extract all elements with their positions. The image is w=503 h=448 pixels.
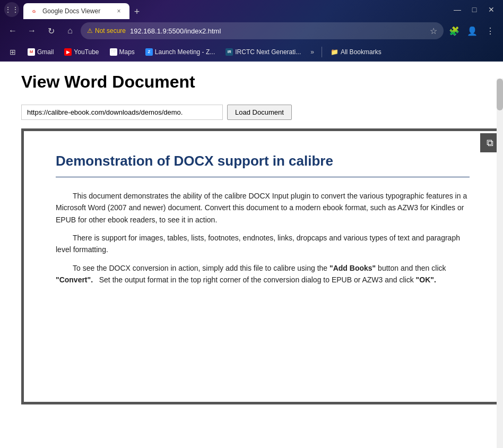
bookmarks-bar: ⊞ M Gmail ▶ YouTube 🗺 Maps Z Launch Meet… xyxy=(0,42,503,62)
irctc-favicon: IR xyxy=(226,48,233,56)
document-title: Demonstration of DOCX support in calibre xyxy=(56,152,470,170)
ok-bold: "OK". xyxy=(416,275,436,284)
window-controls-left: ⋮⋮ xyxy=(4,2,19,17)
window-controls-right: — □ ✕ xyxy=(450,4,499,15)
page-title: View Word Document xyxy=(21,72,482,92)
url-input-area: Load Document xyxy=(21,105,482,120)
security-label: Not secure xyxy=(95,27,126,35)
scrollbar-thumb[interactable] xyxy=(497,79,503,110)
tab-title: Google Docs Viewer xyxy=(42,7,110,15)
bookmarks-divider xyxy=(322,47,322,57)
tab-close-button[interactable]: × xyxy=(115,7,123,15)
document-paragraph-1: This document demonstrates the ability o… xyxy=(56,190,470,226)
bookmark-gmail[interactable]: M Gmail xyxy=(23,46,58,58)
gmail-label: Gmail xyxy=(37,48,54,56)
irctc-label: IRCTC Next Generati... xyxy=(235,48,301,56)
folder-icon: 📁 xyxy=(331,48,339,56)
document-divider xyxy=(56,177,470,177)
bookmark-irctc[interactable]: IR IRCTC Next Generati... xyxy=(221,46,305,58)
document-viewer: ⧉ Demonstration of DOCX support in calib… xyxy=(21,128,503,404)
all-bookmarks-label: All Bookmarks xyxy=(341,48,381,56)
page-content: View Word Document Load Document ⧉ Demon… xyxy=(0,62,503,431)
security-badge: ⚠ Not secure xyxy=(87,27,126,35)
bookmarks-overflow-button[interactable]: » xyxy=(307,46,317,58)
maximize-button[interactable]: □ xyxy=(467,4,482,15)
back-button[interactable]: ← xyxy=(4,22,21,39)
youtube-favicon: ▶ xyxy=(64,48,72,56)
nav-bar: ← → ↻ ⌂ ⚠ Not secure 192.168.1.9:5500/in… xyxy=(0,19,503,42)
scrollbar-track xyxy=(497,79,503,448)
gmail-favicon: M xyxy=(28,48,35,56)
add-books-bold: "Add Books" xyxy=(329,264,376,272)
maps-label: Maps xyxy=(119,48,135,56)
home-button[interactable]: ⌂ xyxy=(62,22,79,39)
all-bookmarks-button[interactable]: 📁 All Bookmarks xyxy=(326,46,386,58)
tab-bar: G Google Docs Viewer × + xyxy=(23,0,446,19)
profile-button[interactable]: 👤 xyxy=(464,22,481,39)
zoom-favicon: Z xyxy=(145,48,153,56)
apps-grid-button[interactable]: ⊞ xyxy=(4,44,21,61)
zoom-label: Launch Meeting - Z... xyxy=(155,48,215,56)
bookmark-youtube[interactable]: ▶ YouTube xyxy=(60,46,103,58)
new-tab-button[interactable]: + xyxy=(129,4,144,19)
document-url-input[interactable] xyxy=(21,105,223,120)
load-document-button[interactable]: Load Document xyxy=(227,105,292,120)
address-bar[interactable]: ⚠ Not secure 192.168.1.9:5500/index2.htm… xyxy=(81,22,444,39)
document-body: This document demonstrates the ability o… xyxy=(56,190,470,286)
minimize-button[interactable]: — xyxy=(450,4,465,15)
reload-button[interactable]: ↻ xyxy=(42,22,59,39)
tab-favicon: G xyxy=(30,7,38,15)
menu-button[interactable]: ⋮ xyxy=(482,22,499,39)
document-paragraph-3: To see the DOCX conversion in action, si… xyxy=(56,262,470,286)
document-paragraph-2: There is support for images, tables, lis… xyxy=(56,232,470,256)
extensions-button[interactable]: 🧩 xyxy=(446,22,463,39)
warning-icon: ⚠ xyxy=(87,27,93,35)
overflow-icon: » xyxy=(310,48,314,56)
youtube-label: YouTube xyxy=(74,48,99,56)
document-content: Demonstration of DOCX support in calibre… xyxy=(24,131,501,402)
url-text: 192.168.1.9:5500/index2.html xyxy=(130,27,426,35)
nav-right-icons: 🧩 👤 ⋮ xyxy=(446,22,499,39)
title-bar: ⋮⋮ G Google Docs Viewer × + — □ ✕ xyxy=(0,0,503,19)
bookmark-zoom[interactable]: Z Launch Meeting - Z... xyxy=(141,46,219,58)
external-link-icon: ⧉ xyxy=(487,137,493,149)
forward-button[interactable]: → xyxy=(23,22,40,39)
maps-favicon: 🗺 xyxy=(110,48,117,56)
close-button[interactable]: ✕ xyxy=(484,4,499,15)
bookmark-star-icon[interactable]: ☆ xyxy=(430,26,437,36)
bookmark-maps[interactable]: 🗺 Maps xyxy=(106,46,139,58)
convert-bold: "Convert". xyxy=(56,275,93,284)
browser-chrome: ⋮⋮ G Google Docs Viewer × + — □ ✕ ← → ↻ … xyxy=(0,0,503,62)
active-tab[interactable]: G Google Docs Viewer × xyxy=(23,3,129,19)
apps-button[interactable]: ⋮⋮ xyxy=(4,2,19,17)
